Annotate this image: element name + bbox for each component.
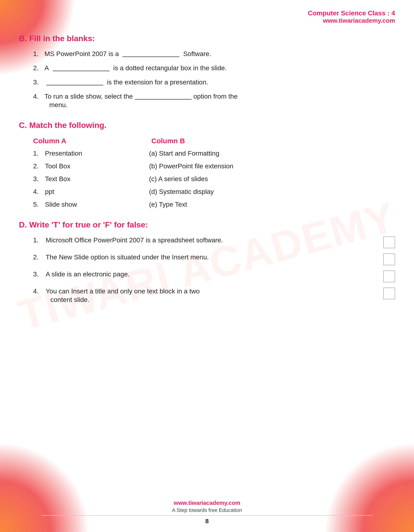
- match-col-a-2: Tool Box: [45, 162, 121, 170]
- match-col-a-5: Slide show: [45, 201, 121, 208]
- fill-blank-1: [123, 56, 179, 57]
- header: Computer Science Class : 4 www.tiwariaca…: [19, 10, 395, 24]
- match-num-4: 4.: [33, 188, 45, 196]
- section-b: B. Fill in the blanks: 1. MS PowerPoint …: [19, 34, 395, 109]
- fill-item-4-line: To run a slide show, select the option f…: [45, 93, 238, 100]
- match-col-b-5: (e) Type Text: [149, 201, 187, 208]
- tf-num-2: 2.: [33, 254, 44, 261]
- tf-text-1: Microsoft Office PowerPoint 2007 is a sp…: [46, 237, 376, 244]
- fill-blank-4: [135, 99, 192, 100]
- footer: www.tiwariacademy.com A Step towards fre…: [0, 500, 414, 525]
- header-website: www.tiwariacademy.com: [308, 17, 395, 24]
- fill-after-1: Software.: [183, 50, 211, 58]
- fill-after-2: is a dotted rectangular box in the slide…: [113, 64, 227, 72]
- fill-num-4: 4.: [33, 93, 43, 100]
- section-d-title: D. Write 'T' for true or 'F' for false:: [19, 220, 395, 229]
- match-table: Column A Column B 1. Presentation (a) St…: [19, 137, 395, 208]
- tf-item-4: 4. You can Insert a title and only one t…: [33, 287, 395, 304]
- match-row-3: 3. Text Box (c) A series of slides: [33, 175, 395, 183]
- fill-item-4: 4. To run a slide show, select the optio…: [33, 93, 395, 109]
- footer-page: 8: [0, 518, 414, 525]
- match-num-1: 1.: [33, 150, 45, 157]
- tf-text-wrap-4: You can Insert a title and only one text…: [46, 287, 376, 304]
- section-d: D. Write 'T' for true or 'F' for false: …: [19, 220, 395, 304]
- tf-row-2: The New Slide option is situated under t…: [46, 254, 395, 265]
- tf-num-3: 3.: [33, 270, 44, 278]
- tf-box-2[interactable]: [383, 254, 395, 265]
- tf-box-1[interactable]: [383, 237, 395, 248]
- match-col-a-3: Text Box: [45, 175, 121, 183]
- fill-blank-2: [53, 70, 110, 71]
- match-row-1: 1. Presentation (a) Start and Formatting: [33, 150, 395, 157]
- section-c-title: C. Match the following.: [19, 121, 395, 130]
- header-text: Computer Science Class : 4 www.tiwariaca…: [308, 10, 395, 24]
- tf-row-1: Microsoft Office PowerPoint 2007 is a sp…: [46, 237, 395, 248]
- fill-before-2: A: [45, 64, 49, 72]
- tf-row-4: You can Insert a title and only one text…: [46, 287, 395, 304]
- match-col-b-4: (d) Systematic display: [149, 188, 214, 196]
- match-row-2: 2. Tool Box (b) PowerPoint file extensio…: [33, 162, 395, 170]
- col-a-header: Column A: [33, 137, 123, 145]
- section-c: C. Match the following. Column A Column …: [19, 121, 395, 208]
- tf-text-3: A slide is an electronic page.: [46, 270, 376, 278]
- match-num-3: 3.: [33, 175, 45, 183]
- footer-tagline: A Step towards free Education: [0, 507, 414, 513]
- fill-item-4-wrap: To run a slide show, select the option f…: [45, 93, 238, 109]
- tf-list: 1. Microsoft Office PowerPoint 2007 is a…: [19, 237, 395, 304]
- fill-after-4: option from the: [193, 93, 238, 100]
- tf-box-3[interactable]: [383, 270, 395, 282]
- tf-item-3: 3. A slide is an electronic page.: [33, 270, 395, 282]
- fill-before-1: MS PowerPoint 2007 is a: [45, 50, 119, 58]
- match-col-b-3: (c) A series of slides: [149, 175, 208, 183]
- col-b-header: Column B: [151, 137, 185, 145]
- section-b-title: B. Fill in the blanks:: [19, 34, 395, 43]
- tf-item-1: 1. Microsoft Office PowerPoint 2007 is a…: [33, 237, 395, 248]
- tf-num-4: 4.: [33, 287, 44, 295]
- match-num-2: 2.: [33, 162, 45, 170]
- fill-num-1: 1.: [33, 50, 43, 58]
- match-headers: Column A Column B: [33, 137, 395, 145]
- match-col-b-1: (a) Start and Formatting: [149, 150, 219, 157]
- fill-blank-3: [46, 85, 103, 85]
- fill-continuation-4: menu.: [45, 101, 238, 109]
- fill-item-3: 3. is the extension for a presentation.: [33, 78, 395, 86]
- fill-after-3: is the extension for a presentation.: [107, 78, 208, 86]
- footer-divider: [41, 515, 373, 516]
- fill-item-2: 2. A is a dotted rectangular box in the …: [33, 64, 395, 72]
- match-row-5: 5. Slide show (e) Type Text: [33, 201, 395, 208]
- fill-num-3: 3.: [33, 78, 43, 86]
- header-class: Computer Science Class : 4: [308, 10, 395, 17]
- fill-before-4: To run a slide show, select the: [45, 93, 133, 100]
- tf-text-4-line2: content slide.: [46, 296, 376, 304]
- match-row-4: 4. ppt (d) Systematic display: [33, 188, 395, 196]
- match-col-a-4: ppt: [45, 188, 121, 196]
- fill-item-1: 1. MS PowerPoint 2007 is a Software.: [33, 50, 395, 58]
- tf-num-1: 1.: [33, 237, 44, 244]
- tf-row-3: A slide is an electronic page.: [46, 270, 395, 282]
- tf-item-2: 2. The New Slide option is situated unde…: [33, 254, 395, 265]
- tf-text-4-line1: You can Insert a title and only one text…: [46, 287, 200, 295]
- match-num-5: 5.: [33, 201, 45, 208]
- footer-website: www.tiwariacademy.com: [0, 500, 414, 506]
- fill-num-2: 2.: [33, 64, 43, 72]
- match-col-b-2: (b) PowerPoint file extension: [149, 162, 233, 170]
- fill-blanks-list: 1. MS PowerPoint 2007 is a Software. 2. …: [19, 50, 395, 109]
- tf-box-4[interactable]: [383, 287, 395, 299]
- tf-text-2: The New Slide option is situated under t…: [46, 254, 376, 261]
- match-col-a-1: Presentation: [45, 150, 121, 157]
